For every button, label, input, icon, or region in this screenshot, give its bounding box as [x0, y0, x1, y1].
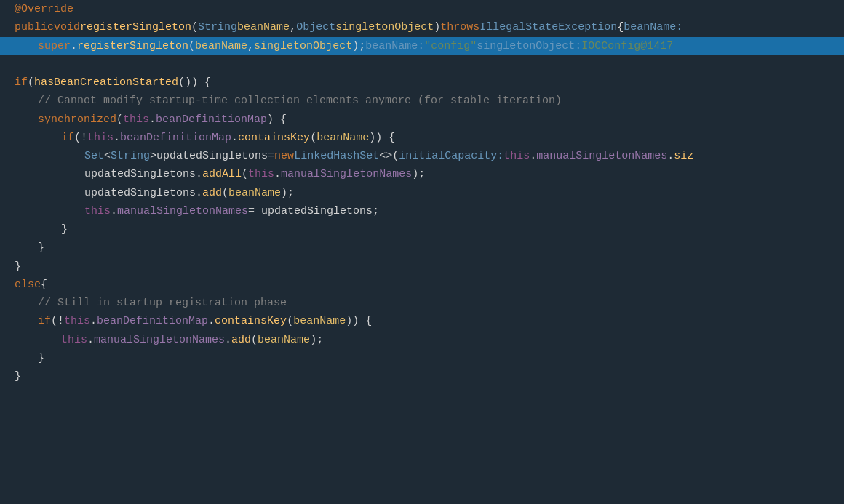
method-addall: addAll [202, 166, 242, 183]
paren2: ()) { [178, 74, 211, 91]
method-add: add [202, 185, 222, 201]
brace-open: { [617, 19, 624, 36]
keyword-public: public [15, 19, 54, 36]
paren-ck: ( [310, 129, 316, 146]
field-manualnames: manualSingletonNames [536, 148, 667, 164]
brace-close2: } [38, 239, 44, 256]
param-bn3: beanName [293, 313, 346, 329]
code-line-close: } [0, 220, 844, 239]
field-manualnames2: manualSingletonNames [281, 166, 412, 183]
dot5: . [667, 148, 674, 164]
paren-ck2-close: )) { [346, 313, 372, 329]
field-manualnames4: manualSingletonNames [94, 332, 225, 348]
this-keyword4: this [248, 166, 274, 183]
param-bn2: beanName [228, 185, 281, 201]
field-manualnames3: manualSingletonNames [117, 203, 248, 220]
code-line: else { [0, 276, 844, 294]
comment-still: // Still in startup registration phase [38, 295, 287, 311]
var-updated3: updatedSingletons [84, 185, 196, 201]
hint-beanname2: beanName: [365, 38, 424, 55]
code-line: updatedSingletons . add ( beanName ); [0, 184, 844, 202]
assign2: = updatedSingletons; [248, 203, 379, 220]
code-line: updatedSingletons . addAll ( this . manu… [0, 165, 844, 183]
this-keyword5: this [84, 203, 111, 220]
this-keyword3: this [503, 148, 530, 164]
paren-open: ( [191, 19, 198, 36]
brace-else: { [41, 276, 47, 293]
type-string2: String [111, 148, 150, 164]
code-line-close: } [0, 257, 844, 276]
param-bn: beanName [316, 129, 369, 146]
semi: ); [352, 38, 365, 55]
code-line: this . manualSingletonNames = updatedSin… [0, 202, 844, 220]
code-line: public void registerSingleton ( String b… [0, 18, 844, 36]
field-beandefmap2: beanDefinitionMap [120, 129, 231, 146]
method-hasbean: hasBeanCreationStarted [34, 74, 178, 91]
hint-singleton-label: singletonObject: [477, 38, 581, 55]
hint-singleton-val: IOCConfig@1417 [581, 38, 673, 55]
brace-close3: } [15, 258, 21, 275]
this-keyword6: this [64, 313, 90, 329]
args: ( [188, 38, 195, 55]
this-keyword2: this [87, 129, 114, 146]
type-set: Set [84, 148, 104, 164]
dot4: . [530, 148, 536, 164]
paren-if2: (! [74, 129, 87, 146]
brace-close: } [61, 221, 68, 238]
method-name: registerSingleton [80, 19, 191, 36]
method-siz: siz [674, 148, 693, 164]
hint-beanname-val: "config" [424, 38, 477, 55]
arg-singleton: singletonObject [254, 38, 352, 55]
comment-text: // Cannot modify startup-time collection… [38, 92, 562, 109]
hint-initcap: initialCapacity: [399, 148, 503, 164]
dot13: . [225, 332, 231, 348]
dot3: . [231, 129, 238, 146]
dot6: . [196, 166, 202, 183]
comma2: , [247, 38, 254, 55]
method-containskey2: containsKey [215, 313, 287, 329]
generic-close: > [150, 148, 156, 164]
keyword-new: new [274, 148, 294, 164]
code-line-close: } [0, 239, 844, 257]
keyword-if: if [15, 74, 28, 91]
brace-close4: } [38, 350, 44, 367]
method-super: registerSingleton [77, 38, 188, 55]
arg-beanname: beanName [195, 38, 247, 55]
code-line: if ( hasBeanCreationStarted ()) { [0, 73, 844, 92]
method-containskey: containsKey [238, 129, 310, 146]
dot9: . [111, 203, 117, 220]
code-line: if (! this . beanDefinitionMap . contain… [0, 129, 844, 147]
assign-op: = [268, 148, 274, 164]
code-line: this . manualSingletonNames . add ( bean… [0, 331, 844, 349]
field-beandefmap: beanDefinitionMap [156, 111, 267, 128]
code-editor: @Override public void registerSingleton … [0, 0, 844, 504]
keyword-if2: if [61, 129, 74, 146]
dot-sync: . [149, 111, 156, 128]
dot12: . [87, 332, 94, 348]
brace-close5: } [15, 368, 21, 385]
paren-add2-close: ); [310, 332, 323, 348]
annotation: @Override [15, 1, 73, 17]
dot10: . [90, 313, 97, 329]
type-exception: IllegalStateException [479, 19, 617, 36]
hint-beanname-label: beanName: [624, 19, 682, 36]
code-line-close: } [0, 367, 844, 385]
paren-sync: ( [116, 111, 123, 128]
keyword-void: void [54, 19, 80, 36]
type-linkedhashset: LinkedHashSet [294, 148, 379, 164]
dot11: . [208, 313, 215, 329]
this-keyword: this [123, 111, 149, 128]
generic-open: < [104, 148, 111, 164]
code-line-highlighted: super . registerSingleton ( beanName , s… [0, 37, 844, 55]
var-updated: updatedSingletons [156, 148, 268, 164]
dot8: . [196, 185, 202, 201]
paren-addall-close: ); [412, 166, 425, 183]
code-line: if (! this . beanDefinitionMap . contain… [0, 312, 844, 330]
keyword-sync: synchronized [38, 111, 116, 128]
param-beanname: beanName [237, 19, 290, 36]
code-line: synchronized ( this . beanDefinitionMap … [0, 111, 844, 129]
code-line: Set < String > updatedSingletons = new L… [0, 147, 844, 165]
field-beandefmap3: beanDefinitionMap [97, 313, 208, 329]
code-line-comment: // Cannot modify startup-time collection… [0, 92, 844, 110]
paren-addall: ( [242, 166, 248, 183]
